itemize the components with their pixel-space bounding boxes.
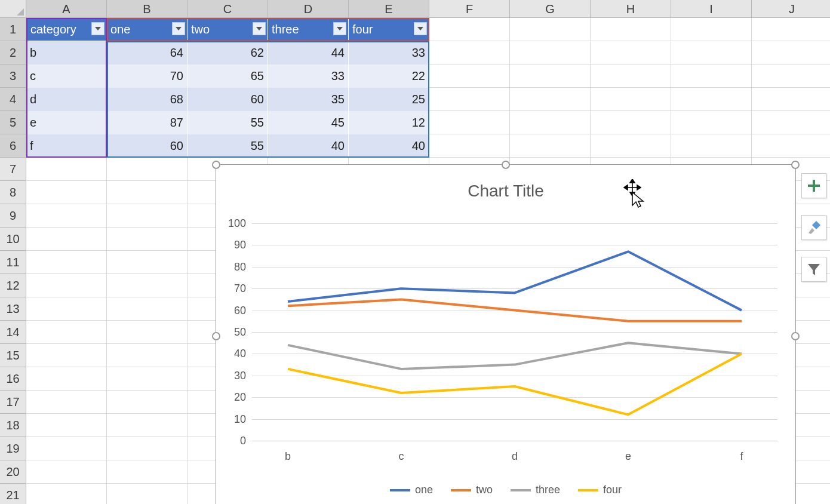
cell[interactable]: four [349,18,429,41]
cell[interactable]: e [26,111,107,134]
filter-dropdown-button[interactable] [333,22,346,35]
cell[interactable] [429,111,510,134]
filter-dropdown-button[interactable] [172,22,185,35]
column-header[interactable]: H [591,0,671,18]
cell[interactable]: 33 [268,64,349,88]
legend-item[interactable]: one [390,484,433,496]
chart-series-line[interactable] [288,299,742,321]
column-header[interactable]: J [752,0,830,18]
cell[interactable] [26,367,107,391]
filter-dropdown-button[interactable] [91,22,104,35]
cell[interactable] [107,484,187,504]
cell[interactable] [510,88,591,111]
cell[interactable]: three [268,18,349,41]
cell[interactable] [107,391,187,414]
cell[interactable] [671,18,752,41]
cell[interactable] [510,134,591,158]
cell[interactable]: two [187,18,268,41]
cell[interactable] [591,111,671,134]
embedded-chart[interactable]: Chart Title 0102030405060708090100 bcdef… [216,164,796,504]
row-header[interactable]: 3 [0,64,26,88]
cell[interactable] [26,251,107,274]
cell[interactable]: 35 [268,88,349,111]
cell[interactable] [752,41,830,64]
cell[interactable]: b [26,41,107,64]
legend-item[interactable]: four [578,484,622,496]
chart-filters-button[interactable] [801,257,826,282]
cell[interactable] [591,41,671,64]
row-header[interactable]: 2 [0,41,26,64]
column-header[interactable]: A [26,0,107,18]
cell[interactable] [429,41,510,64]
cell[interactable] [752,134,830,158]
chart-resize-handle[interactable] [502,161,510,169]
cell[interactable] [107,297,187,321]
cell[interactable] [591,64,671,88]
column-header[interactable]: G [510,0,591,18]
cell[interactable] [26,297,107,321]
row-header[interactable]: 15 [0,344,26,367]
chart-styles-button[interactable] [801,215,826,240]
cell[interactable] [107,228,187,251]
column-header[interactable]: F [429,0,510,18]
chart-plot-area[interactable]: 0102030405060708090100 [252,223,777,441]
cell[interactable] [107,274,187,297]
row-header[interactable]: 1 [0,18,26,41]
cell[interactable]: one [107,18,187,41]
cell[interactable]: d [26,88,107,111]
row-header[interactable]: 17 [0,391,26,414]
cell[interactable] [26,437,107,460]
column-header[interactable]: I [671,0,752,18]
cell[interactable] [752,111,830,134]
cell[interactable] [107,344,187,367]
cell[interactable] [107,460,187,484]
cell[interactable] [510,111,591,134]
cell[interactable] [591,88,671,111]
cell[interactable]: 12 [349,111,429,134]
cell[interactable] [429,134,510,158]
cell[interactable] [107,158,187,181]
cell[interactable] [26,321,107,344]
cell[interactable] [26,484,107,504]
cell[interactable] [107,181,187,204]
cell[interactable] [107,414,187,437]
chart-title[interactable]: Chart Title [216,182,795,201]
cell[interactable] [26,181,107,204]
cell[interactable] [752,64,830,88]
chart-elements-button[interactable] [801,173,826,198]
chart-resize-handle[interactable] [791,332,800,340]
chart-series-line[interactable] [288,343,742,369]
row-header[interactable]: 7 [0,158,26,181]
cell[interactable]: c [26,64,107,88]
cell[interactable] [752,88,830,111]
row-header[interactable]: 21 [0,484,26,504]
cell[interactable] [107,321,187,344]
cell[interactable]: 45 [268,111,349,134]
cell[interactable]: 55 [187,134,268,158]
cell[interactable] [591,134,671,158]
row-header[interactable]: 6 [0,134,26,158]
cell[interactable]: 60 [107,134,187,158]
row-header[interactable]: 16 [0,367,26,391]
row-header[interactable]: 5 [0,111,26,134]
select-all-corner[interactable] [0,0,26,18]
cell[interactable] [671,88,752,111]
cell[interactable]: f [26,134,107,158]
cell[interactable]: 64 [107,41,187,64]
cell[interactable]: 87 [107,111,187,134]
column-header[interactable]: E [349,0,429,18]
row-header[interactable]: 4 [0,88,26,111]
cell[interactable]: 65 [187,64,268,88]
cell[interactable]: 70 [107,64,187,88]
cell[interactable] [752,18,830,41]
column-header[interactable]: C [187,0,268,18]
row-header[interactable]: 8 [0,181,26,204]
row-header[interactable]: 19 [0,437,26,460]
row-header[interactable]: 13 [0,297,26,321]
column-header[interactable]: B [107,0,187,18]
cell[interactable]: 25 [349,88,429,111]
cell[interactable] [107,251,187,274]
row-header[interactable]: 14 [0,321,26,344]
cell[interactable]: 40 [349,134,429,158]
cell[interactable]: 68 [107,88,187,111]
